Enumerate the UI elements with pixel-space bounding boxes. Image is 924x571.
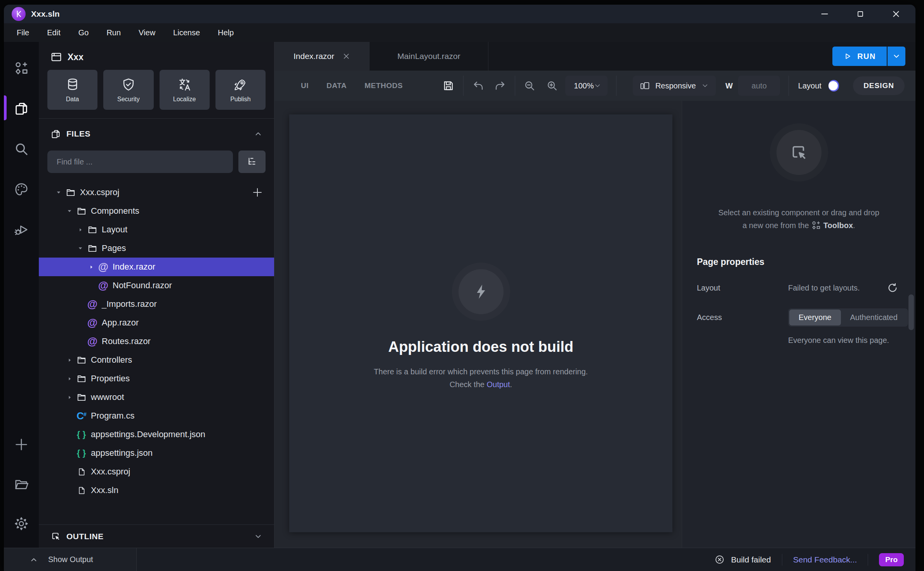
canvas-page[interactable]: Application does not build There is a bu… bbox=[289, 114, 672, 532]
tree-row[interactable]: @ Routes.razor bbox=[39, 332, 274, 351]
file-icon bbox=[75, 467, 88, 476]
debug-icon[interactable] bbox=[14, 222, 29, 237]
build-status[interactable]: Build failed bbox=[714, 554, 771, 565]
files-section-header[interactable]: FILES bbox=[50, 125, 262, 143]
tree-row[interactable]: Controllers bbox=[39, 351, 274, 369]
menu-help[interactable]: Help bbox=[209, 28, 243, 37]
twisty-open-icon[interactable] bbox=[64, 206, 75, 216]
zoom-level-select[interactable]: 100% bbox=[565, 76, 608, 96]
menu-license[interactable]: License bbox=[164, 28, 209, 37]
project-name: Xxx bbox=[68, 52, 83, 62]
twisty-open-icon[interactable] bbox=[54, 187, 64, 197]
settings-icon[interactable] bbox=[14, 516, 29, 531]
tree-row[interactable]: Xxx.csproj bbox=[39, 462, 274, 481]
twisty-open-icon[interactable] bbox=[75, 243, 85, 253]
mode-tab-methods[interactable]: METHODS bbox=[365, 81, 403, 90]
access-option-authenticated[interactable]: Authenticated bbox=[841, 310, 907, 325]
output-link[interactable]: Output bbox=[486, 380, 510, 389]
chevron-down-icon[interactable] bbox=[254, 532, 262, 541]
active-indicator bbox=[4, 95, 7, 120]
scrollbar-thumb[interactable] bbox=[908, 294, 914, 330]
pages-icon[interactable] bbox=[14, 101, 29, 116]
tab-index-razor[interactable]: Index.razor bbox=[274, 42, 370, 71]
twisty-closed-icon[interactable] bbox=[86, 262, 96, 272]
refresh-icon[interactable] bbox=[887, 282, 898, 294]
send-feedback-link[interactable]: Send Feedback... bbox=[793, 555, 857, 564]
toolbox-icon[interactable] bbox=[14, 61, 29, 76]
undo-icon[interactable] bbox=[472, 80, 485, 92]
publish-button[interactable]: Publish bbox=[215, 70, 266, 110]
zoom-out-icon[interactable] bbox=[523, 80, 536, 92]
menu-run[interactable]: Run bbox=[97, 28, 130, 37]
maximize-button[interactable] bbox=[855, 9, 866, 19]
tab-mainlayout-razor[interactable]: MainLayout.razor bbox=[370, 42, 488, 71]
chevron-down-icon bbox=[892, 52, 901, 61]
activity-bar bbox=[4, 42, 39, 548]
palette-icon[interactable] bbox=[14, 182, 29, 197]
run-dropdown-button[interactable] bbox=[887, 47, 905, 66]
razor-at-icon: @ bbox=[97, 280, 109, 291]
add-file-button[interactable] bbox=[252, 187, 263, 198]
redo-icon[interactable] bbox=[494, 80, 506, 92]
tree-view-button[interactable] bbox=[238, 151, 266, 173]
layout-toggle[interactable] bbox=[828, 80, 839, 92]
tree-row[interactable]: wwwroot bbox=[39, 388, 274, 407]
divider bbox=[39, 118, 274, 119]
close-tab-icon[interactable] bbox=[342, 52, 351, 61]
tree-row[interactable]: Xxx.csproj bbox=[39, 183, 274, 202]
zoom-in-icon[interactable] bbox=[546, 80, 558, 92]
design-button[interactable]: DESIGN bbox=[853, 76, 905, 95]
mode-tab-data[interactable]: DATA bbox=[327, 81, 347, 90]
razor-at-icon: @ bbox=[86, 336, 99, 347]
localize-button[interactable]: Localize bbox=[160, 70, 210, 110]
toolbox-icon bbox=[811, 220, 821, 230]
run-button[interactable]: RUN bbox=[832, 47, 887, 66]
twisty-closed-icon[interactable] bbox=[64, 355, 75, 365]
add-icon[interactable] bbox=[14, 437, 29, 452]
tree-row[interactable]: Properties bbox=[39, 369, 274, 388]
security-button[interactable]: Security bbox=[103, 70, 153, 110]
save-icon[interactable] bbox=[442, 80, 455, 92]
tree-row[interactable]: { } appsettings.Development.json bbox=[39, 425, 274, 444]
tree-row[interactable]: @ _Imports.razor bbox=[39, 295, 274, 313]
app-window: Xxx.sln File Edit Go Run View License He… bbox=[4, 5, 915, 571]
search-icon[interactable] bbox=[14, 141, 29, 157]
twisty-closed-icon[interactable] bbox=[64, 374, 75, 384]
tree-row[interactable]: Layout bbox=[39, 220, 274, 239]
tree-row[interactable]: @ App.razor bbox=[39, 313, 274, 332]
minimize-button[interactable] bbox=[819, 9, 830, 19]
find-file-input[interactable] bbox=[47, 151, 233, 173]
tree-row-selected[interactable]: @ Index.razor bbox=[39, 258, 274, 276]
chevron-up-icon[interactable] bbox=[254, 130, 262, 138]
play-icon bbox=[843, 52, 852, 61]
pages-icon bbox=[50, 129, 61, 139]
menu-go[interactable]: Go bbox=[69, 28, 98, 37]
open-folder-icon[interactable] bbox=[14, 476, 29, 492]
build-error-title: Application does not build bbox=[388, 339, 573, 355]
tree-row[interactable]: @ NotFound.razor bbox=[39, 276, 274, 295]
tree-row[interactable]: { } appsettings.json bbox=[39, 444, 274, 462]
menu-file[interactable]: File bbox=[8, 28, 38, 37]
show-output-button[interactable]: Show Output bbox=[4, 548, 137, 571]
device-select[interactable]: Responsive bbox=[633, 76, 716, 96]
width-input[interactable] bbox=[738, 76, 780, 96]
folder-icon bbox=[64, 187, 77, 197]
tree-row[interactable]: Xxx.sln bbox=[39, 481, 274, 500]
tree-row[interactable]: C# Program.cs bbox=[39, 407, 274, 425]
access-option-everyone[interactable]: Everyone bbox=[789, 310, 841, 325]
twisty-closed-icon[interactable] bbox=[75, 225, 85, 235]
mode-tab-ui[interactable]: UI bbox=[301, 81, 309, 90]
data-button[interactable]: Data bbox=[47, 70, 97, 110]
outline-section-header[interactable]: OUTLINE bbox=[39, 524, 274, 548]
close-button[interactable] bbox=[891, 9, 901, 19]
tree-row[interactable]: Components bbox=[39, 202, 274, 220]
menu-view[interactable]: View bbox=[130, 28, 164, 37]
twisty-closed-icon[interactable] bbox=[64, 392, 75, 402]
menu-edit[interactable]: Edit bbox=[38, 28, 69, 37]
layout-error-value: Failed to get layouts. bbox=[788, 284, 860, 292]
json-icon: { } bbox=[75, 429, 88, 439]
tree-row[interactable]: Pages bbox=[39, 239, 274, 258]
chevron-up-icon bbox=[30, 555, 38, 564]
folder-icon bbox=[75, 392, 88, 402]
divider bbox=[782, 554, 782, 566]
